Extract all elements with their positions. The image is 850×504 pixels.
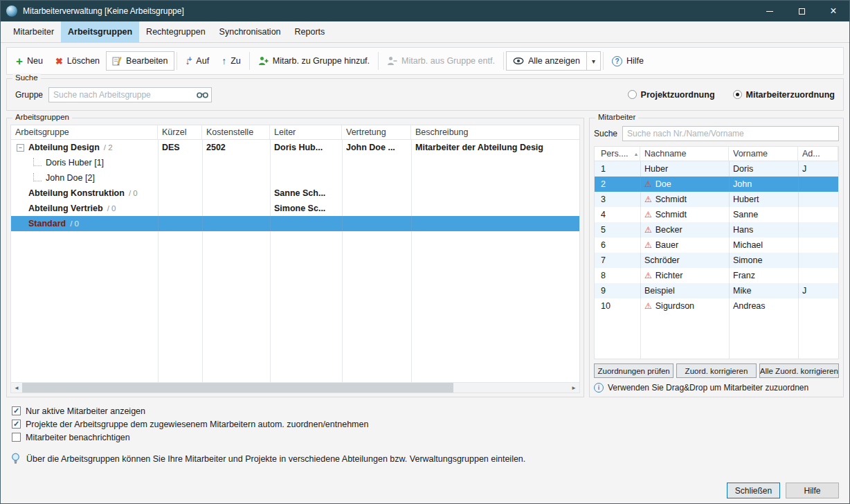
- tab-arbeitsgruppen[interactable]: Arbeitsgruppen: [61, 21, 139, 42]
- edit-icon: [112, 56, 122, 66]
- tab-mitarbeiter[interactable]: Mitarbeiter: [6, 21, 61, 42]
- employee-number: 10: [595, 301, 640, 311]
- column-header[interactable]: Kostenstelle: [202, 125, 270, 139]
- employee-row[interactable]: 3⚠SchmidtHubert: [595, 192, 838, 207]
- column-header[interactable]: Vertretung: [342, 125, 411, 139]
- workgroups-grid: ArbeitsgruppeKürzelKostenstelleLeiterVer…: [10, 125, 580, 393]
- scroll-left-icon[interactable]: ◄: [11, 383, 22, 393]
- checkbox[interactable]: [12, 433, 21, 442]
- employee-lastname-cell: ⚠Becker: [640, 225, 729, 235]
- expand-button[interactable]: ↓+ Auf: [179, 51, 216, 71]
- employee-lastname-cell: ⚠Schmidt: [640, 210, 729, 219]
- workgroup-rows-area[interactable]: −Abteilung Design/ 2DES2502Doris Hub...J…: [11, 140, 579, 382]
- workgroup-name-cell: Abteilung Vertrieb/ 0: [11, 204, 158, 213]
- tab-reports[interactable]: Reports: [288, 21, 332, 42]
- column-header[interactable]: Ad...: [798, 147, 838, 161]
- maximize-button[interactable]: [786, 1, 817, 21]
- workgroup-name-cell: Doris Huber [1]: [11, 158, 158, 168]
- workgroup-row[interactable]: Standard/ 0: [11, 216, 579, 231]
- main-split: Arbeitsgruppen ArbeitsgruppeKürzelKosten…: [6, 118, 844, 397]
- tip-text: Über die Arbeitsgruppen können Sie Ihre …: [26, 454, 525, 464]
- minimize-button[interactable]: [754, 1, 786, 21]
- lightbulb-icon: [10, 453, 21, 465]
- radio-projektzuordnung[interactable]: Projektzuordnung: [628, 90, 715, 100]
- employee-search-input[interactable]: [622, 126, 839, 141]
- employee-row[interactable]: 7SchröderSimone: [595, 253, 838, 268]
- employee-firstname: Simone: [729, 255, 798, 265]
- collapse-icon[interactable]: −: [17, 144, 24, 152]
- tab-rechtegruppen[interactable]: Rechtegruppen: [139, 21, 212, 42]
- column-header[interactable]: Beschreibung: [411, 125, 580, 139]
- employee-row[interactable]: 2⚠DoeJohn: [595, 177, 838, 192]
- horizontal-scrollbar[interactable]: ◄ ►: [11, 382, 579, 393]
- show-all-button[interactable]: Alle anzeigen: [507, 52, 586, 70]
- employee-rows-area[interactable]: 1HuberDorisJ2⚠DoeJohn3⚠SchmidtHubert4⚠Sc…: [595, 161, 838, 359]
- footer-buttons: Schließen Hilfe: [727, 483, 839, 498]
- close-dialog-button[interactable]: Schließen: [727, 483, 780, 498]
- sort-asc-icon: ▲: [634, 152, 639, 156]
- column-header[interactable]: Leiter: [270, 125, 342, 139]
- options: Nur aktive Mitarbeiter anzeigenProjekte …: [12, 404, 849, 444]
- workgroup-name: Abteilung Design: [28, 143, 100, 152]
- show-all-splitbutton: Alle anzeigen ▾: [506, 51, 601, 71]
- arrow-up-icon: ↑: [221, 56, 226, 66]
- radio-mitarbeiterzuordnung[interactable]: Mitarbeiterzuordnung: [733, 90, 835, 100]
- workgroup-member-row[interactable]: John Doe [2]: [11, 170, 579, 186]
- toolbar-separator: [378, 52, 379, 70]
- employee-lastname: Bauer: [655, 240, 678, 250]
- workgroup-name-cell: John Doe [2]: [11, 173, 158, 183]
- scrollbar-track[interactable]: [22, 383, 568, 393]
- tab-synchronisation[interactable]: Synchronisation: [212, 21, 288, 42]
- checkbox[interactable]: [12, 420, 21, 429]
- column-header[interactable]: Vorname: [729, 147, 798, 161]
- group-search-label: Gruppe: [15, 90, 43, 100]
- help-button[interactable]: Hilfe: [606, 51, 650, 71]
- column-header[interactable]: Pers....▲: [595, 147, 640, 161]
- fix-assignment-button[interactable]: Zuord. korrigieren: [676, 363, 756, 378]
- column-header[interactable]: Arbeitsgruppe: [11, 125, 158, 139]
- column-header[interactable]: Nachname: [640, 147, 729, 161]
- employee-firstname: Hans: [729, 225, 798, 235]
- employee-lastname: Beispiel: [644, 286, 675, 296]
- help-dialog-button[interactable]: Hilfe: [786, 483, 839, 498]
- employee-lastname-cell: ⚠Schmidt: [640, 195, 729, 204]
- workgroup-row[interactable]: Abteilung Konstruktion/ 0Sanne Sch...: [11, 186, 579, 201]
- workgroup-name: Abteilung Vertrieb: [28, 204, 103, 213]
- option-row: Projekte der Arbeitsgruppe dem zugewiese…: [12, 417, 849, 431]
- check-assignments-button[interactable]: Zuordnungen prüfen: [594, 363, 673, 378]
- employee-row[interactable]: 5⚠BeckerHans: [595, 222, 838, 237]
- workgroup-member-row[interactable]: Doris Huber [1]: [11, 155, 579, 170]
- close-window-button[interactable]: ×: [817, 1, 849, 21]
- info-icon: [594, 383, 604, 393]
- group-search-inputwrap: [48, 87, 212, 102]
- workgroup-row[interactable]: −Abteilung Design/ 2DES2502Doris Hub...J…: [11, 140, 579, 155]
- column-header-label: Nachname: [644, 149, 686, 159]
- employee-row[interactable]: 8⚠RichterFranz: [595, 268, 838, 283]
- employee-row[interactable]: 10⚠SigurdsonAndreas: [595, 298, 838, 314]
- employee-number: 9: [595, 286, 640, 296]
- new-button[interactable]: + Neu: [10, 51, 49, 71]
- fix-all-assignments-button[interactable]: Alle Zuord. korrigieren: [759, 363, 839, 378]
- checkbox[interactable]: [12, 406, 21, 415]
- title-bar[interactable]: Mitarbeiterverwaltung [Keine Arbeitsgrup…: [1, 1, 849, 21]
- employee-row[interactable]: 1HuberDorisJ: [595, 161, 838, 177]
- employee-firstname: Hubert: [729, 195, 798, 204]
- dropdown-caret-icon[interactable]: ▾: [587, 52, 600, 70]
- column-header[interactable]: Kürzel: [158, 125, 202, 139]
- scrollbar-thumb[interactable]: [22, 383, 453, 393]
- employee-number: 2: [595, 179, 640, 189]
- employee-lastname-cell: ⚠Bauer: [640, 240, 729, 250]
- collapse-button[interactable]: ↑ Zu: [215, 51, 247, 71]
- group-search-input[interactable]: [48, 87, 212, 102]
- toolbar-separator: [177, 52, 177, 70]
- scroll-right-icon[interactable]: ►: [568, 383, 579, 393]
- delete-button[interactable]: ✖ Löschen: [49, 51, 106, 71]
- add-member-to-group-button[interactable]: Mitarb. zu Gruppe hinzuf.: [252, 51, 376, 71]
- employee-row[interactable]: 6⚠BauerMichael: [595, 237, 838, 253]
- edit-button[interactable]: Bearbeiten: [106, 51, 174, 71]
- add-member-label: Mitarb. zu Gruppe hinzuf.: [273, 56, 370, 66]
- employee-row[interactable]: 4⚠SchmidtSanne: [595, 207, 838, 222]
- employee-lastname: Richter: [655, 271, 683, 280]
- workgroup-row[interactable]: Abteilung Vertrieb/ 0Simone Sc...: [11, 201, 579, 216]
- employee-row[interactable]: 9BeispielMikeJ: [595, 283, 838, 298]
